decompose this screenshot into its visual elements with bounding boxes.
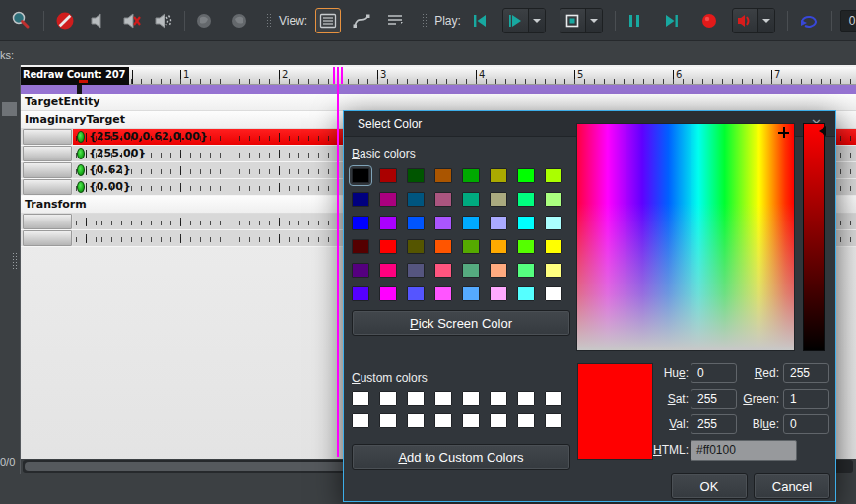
basic-color-swatch[interactable] [407, 192, 425, 207]
basic-color-swatch[interactable] [407, 216, 425, 230]
skip-start-icon[interactable] [467, 8, 493, 33]
speaker-icon[interactable] [86, 8, 111, 33]
custom-color-swatch[interactable] [407, 413, 425, 428]
basic-color-swatch[interactable] [462, 168, 480, 183]
no-entry-icon[interactable] [52, 8, 78, 33]
speaker-volume-icon[interactable] [151, 8, 176, 33]
basic-color-swatch[interactable] [407, 168, 425, 183]
custom-color-swatch[interactable] [352, 413, 369, 428]
basic-color-swatch[interactable] [490, 239, 507, 254]
row-header-button[interactable] [23, 129, 72, 145]
custom-color-swatch[interactable] [434, 391, 452, 406]
green-spinbox[interactable]: 1 [783, 389, 829, 409]
value-slider-arrow[interactable] [819, 126, 826, 136]
keyframe-icon[interactable] [77, 148, 85, 159]
view-tracklist-button[interactable] [315, 8, 341, 33]
basic-color-swatch[interactable] [352, 263, 369, 278]
range-bar[interactable] [21, 85, 856, 94]
stop-icon[interactable] [560, 9, 586, 32]
custom-color-swatch[interactable] [462, 391, 480, 406]
toolbar-drag-handle[interactable] [266, 13, 271, 29]
basic-color-swatch[interactable] [434, 168, 452, 183]
custom-color-swatch[interactable] [407, 391, 425, 406]
view-dopesheet-button[interactable] [382, 8, 408, 33]
basic-color-swatch[interactable] [517, 168, 535, 183]
basic-color-swatch[interactable] [545, 263, 562, 278]
basic-color-swatch[interactable] [434, 239, 452, 254]
basic-color-swatch[interactable] [434, 286, 452, 301]
splitter-grip[interactable] [12, 252, 19, 269]
custom-color-swatch[interactable] [490, 391, 507, 406]
row-header-button[interactable] [23, 179, 72, 195]
record-icon[interactable] [696, 8, 722, 33]
basic-color-swatch[interactable] [379, 286, 397, 301]
keyframe-icon[interactable] [77, 131, 85, 143]
row-header-button[interactable] [23, 214, 72, 229]
basic-color-swatch[interactable] [352, 216, 369, 230]
range-bar-marker[interactable] [77, 85, 82, 94]
custom-color-swatch[interactable] [517, 391, 535, 406]
basic-color-swatch[interactable] [545, 216, 562, 230]
basic-color-swatch[interactable] [379, 192, 397, 207]
basic-color-swatch[interactable] [379, 216, 397, 230]
custom-color-swatch[interactable] [379, 391, 397, 406]
basic-color-swatch[interactable] [517, 216, 535, 230]
basic-color-swatch[interactable] [407, 286, 425, 301]
playhead-line[interactable] [337, 67, 339, 457]
basic-color-swatch[interactable] [490, 286, 507, 301]
keyframe-icon[interactable] [77, 164, 85, 176]
basic-color-swatch[interactable] [462, 216, 480, 230]
keyframe-icon[interactable] [77, 181, 85, 193]
custom-color-swatch[interactable] [545, 413, 562, 428]
basic-color-swatch[interactable] [434, 263, 452, 278]
blue-spinbox[interactable]: 0 [783, 414, 829, 434]
row-header-button[interactable] [23, 146, 72, 161]
custom-color-swatch[interactable] [517, 413, 535, 428]
basic-color-swatch[interactable] [490, 216, 507, 230]
basic-color-swatch[interactable] [352, 286, 369, 301]
basic-color-swatch[interactable] [407, 263, 425, 278]
basic-color-swatch[interactable] [490, 192, 507, 207]
basic-color-swatch[interactable] [517, 192, 535, 207]
play-icon[interactable] [503, 9, 529, 32]
row-header-button[interactable] [23, 230, 72, 246]
basic-color-swatch[interactable] [517, 239, 535, 254]
toolbar-drag-handle[interactable] [422, 13, 427, 29]
timeline-ruler[interactable]: 1234567 Redraw Count: 207 [21, 67, 856, 85]
basic-color-swatch[interactable] [462, 286, 480, 301]
hue-saturation-map[interactable] [576, 123, 795, 351]
basic-color-swatch[interactable] [490, 168, 507, 183]
onion-skin-prev-icon[interactable] [191, 8, 217, 33]
basic-color-swatch[interactable] [545, 192, 562, 207]
zoom-select-icon[interactable] [8, 8, 33, 33]
color-crosshair-marker[interactable] [778, 127, 789, 138]
cancel-button[interactable]: Cancel [754, 473, 830, 499]
custom-color-swatch[interactable] [379, 413, 397, 428]
basic-color-swatch[interactable] [379, 263, 397, 278]
custom-color-swatch[interactable] [545, 391, 562, 406]
custom-color-swatch[interactable] [434, 413, 452, 428]
basic-color-swatch[interactable] [352, 192, 369, 207]
stop-dropdown[interactable] [586, 9, 602, 32]
play-dropdown[interactable] [529, 9, 545, 32]
stop-split-button[interactable] [560, 8, 603, 33]
basic-color-swatch[interactable] [490, 263, 507, 278]
basic-color-swatch[interactable] [545, 168, 562, 183]
custom-color-swatch[interactable] [462, 413, 480, 428]
row-header-button[interactable] [23, 162, 72, 178]
basic-color-swatch[interactable] [434, 216, 452, 230]
add-to-custom-colors-button[interactable]: Add to Custom Colors [352, 444, 570, 470]
speaker-muted-icon[interactable] [119, 8, 145, 33]
playhead-handle[interactable] [333, 67, 343, 84]
track-row-group[interactable]: TargetEntity [21, 94, 856, 111]
onion-skin-next-icon[interactable] [227, 8, 252, 33]
basic-color-swatch[interactable] [462, 192, 480, 207]
html-color-input[interactable]: #ff0100 [691, 440, 797, 461]
basic-color-swatch[interactable] [462, 263, 480, 278]
basic-color-swatch[interactable] [379, 239, 397, 254]
custom-color-swatch[interactable] [352, 391, 369, 406]
custom-color-swatch[interactable] [490, 413, 507, 428]
basic-color-swatch[interactable] [545, 286, 562, 301]
side-square-button[interactable] [2, 102, 17, 116]
audio-record-split-button[interactable] [732, 8, 775, 33]
